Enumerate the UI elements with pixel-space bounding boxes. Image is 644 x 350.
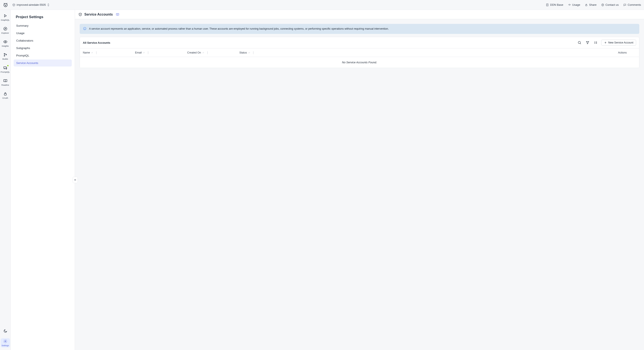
sort-icon: ↓↑ <box>91 51 93 54</box>
top-link-label: Usage <box>572 3 580 7</box>
column-menu-icon[interactable]: ⋮ <box>251 51 256 54</box>
sidebar-item-label: OAuth <box>2 97 8 99</box>
column-label: Actions <box>618 51 627 54</box>
sidebar-item-promptql[interactable]: PromptQL <box>1 65 10 74</box>
info-text: A service account represents an applicat… <box>89 27 389 31</box>
docs-link-icon[interactable] <box>115 12 120 17</box>
sidebar-item-insights[interactable]: Insights <box>1 39 10 48</box>
help-icon <box>601 4 604 7</box>
gauge-icon <box>568 4 571 7</box>
settings-nav: Summary Usage Collaborators Subgraphs Pr… <box>14 22 72 67</box>
card-title: All Service Accounts <box>83 41 110 44</box>
top-link-usage[interactable]: Usage <box>568 3 580 7</box>
chevron-updown-icon <box>47 4 50 7</box>
badge-dot <box>7 65 9 67</box>
settings-nav-usage[interactable]: Usage <box>14 30 72 37</box>
top-link-label: DDN Base <box>550 3 563 7</box>
collapse-panel-button[interactable] <box>72 177 78 183</box>
top-link-ddn[interactable]: DDN Base <box>546 3 563 7</box>
topbar-right: DDN Base Usage Share Contact us Comments <box>546 3 641 7</box>
sidebar-item-label: Settings <box>2 344 9 346</box>
settings-nav-promptql[interactable]: PromptQL <box>14 52 72 59</box>
cube-icon <box>12 4 15 7</box>
columns-icon <box>594 41 598 45</box>
column-menu-icon[interactable]: ⋮ <box>146 51 150 54</box>
column-header-status[interactable]: Status ↓↑ ⋮ <box>239 51 277 54</box>
svg-point-7 <box>5 41 6 43</box>
sidebar-item-builds[interactable]: Builds <box>1 52 10 61</box>
sidebar-item-oauth[interactable]: OAuth <box>1 91 10 100</box>
settings-title: Project Settings <box>16 15 70 19</box>
svg-rect-3 <box>586 5 587 6</box>
page-title: Service Accounts <box>84 13 113 17</box>
column-header-email[interactable]: Email ↓↑ ⋮ <box>135 51 187 54</box>
svg-point-14 <box>578 41 580 44</box>
search-button[interactable] <box>577 40 582 45</box>
comment-icon <box>623 4 626 7</box>
svg-point-0 <box>4 4 7 7</box>
sidebar-item-label: Insights <box>2 45 9 47</box>
settings-nav-collaborators[interactable]: Collaborators <box>14 37 72 44</box>
sort-icon: ↓↑ <box>202 51 204 54</box>
column-header-actions: Actions <box>618 51 636 54</box>
info-icon <box>83 27 86 31</box>
column-label: Created On <box>187 51 201 54</box>
svg-point-6 <box>4 27 7 31</box>
lock-icon <box>585 4 588 7</box>
top-link-label: Share <box>589 3 596 7</box>
svg-rect-11 <box>4 94 6 95</box>
column-menu-icon[interactable]: ⋮ <box>94 51 98 54</box>
building-icon <box>546 4 549 7</box>
top-link-share[interactable]: Share <box>585 3 596 7</box>
columns-button[interactable] <box>593 40 598 45</box>
settings-nav-service-accounts[interactable]: Service Accounts <box>14 60 72 67</box>
sidebar-item-readme[interactable]: Readme <box>1 78 10 87</box>
sidebar-item-explorer[interactable]: Explorer <box>1 26 10 35</box>
sidebar-item-label: Readme <box>2 84 9 86</box>
filter-button[interactable] <box>585 40 590 45</box>
svg-point-5 <box>603 5 603 6</box>
sidebar-item-settings[interactable]: Settings <box>1 338 10 347</box>
hasura-logo[interactable] <box>3 2 8 8</box>
empty-state: No Service Accounts Found. <box>80 57 639 68</box>
filter-icon <box>586 41 590 45</box>
content-header: Service Accounts <box>75 10 644 19</box>
project-picker[interactable]: improved-airedale-5505 <box>11 2 51 7</box>
content: Service Accounts A service account repre… <box>75 10 644 350</box>
top-link-contact[interactable]: Contact us <box>601 3 619 7</box>
settings-panel: Project Settings Summary Usage Collabora… <box>11 10 75 350</box>
column-label: Email <box>135 51 142 54</box>
card-header: All Service Accounts New <box>80 37 639 48</box>
svg-point-10 <box>6 54 6 55</box>
chevrons-left-icon <box>74 178 77 181</box>
column-header-created[interactable]: Created On ↓↑ ⋮ <box>187 51 239 54</box>
sidebar-item-label: Explorer <box>2 32 9 34</box>
svg-point-9 <box>4 56 5 56</box>
plus-icon <box>604 41 607 44</box>
topbar: improved-airedale-5505 DDN Base Usage Sh… <box>0 0 644 10</box>
sidebar-item-label: GraphiQL <box>1 19 10 21</box>
column-menu-icon[interactable]: ⋮ <box>205 51 210 54</box>
column-header-name[interactable]: Name ↓↑ ⋮ <box>83 51 135 54</box>
search-icon <box>578 41 582 45</box>
sort-icon: ↓↑ <box>248 51 250 54</box>
column-label: Status <box>239 51 247 54</box>
top-link-label: Comments <box>628 3 641 7</box>
new-button-label: New Service Account <box>608 41 633 44</box>
sidebar-item-label: PromptQL <box>1 71 10 73</box>
settings-nav-subgraphs[interactable]: Subgraphs <box>14 45 72 52</box>
top-link-comments[interactable]: Comments <box>623 3 641 7</box>
new-service-account-button[interactable]: New Service Account <box>601 40 636 46</box>
sidebar-item-graphiql[interactable]: GraphiQL <box>1 13 10 22</box>
svg-point-12 <box>5 341 6 342</box>
project-name: improved-airedale-5505 <box>16 3 46 7</box>
info-banner: A service account represents an applicat… <box>80 24 639 34</box>
svg-rect-1 <box>546 4 548 6</box>
top-link-label: Contact us <box>606 3 619 7</box>
settings-nav-summary[interactable]: Summary <box>14 22 72 29</box>
theme-toggle[interactable] <box>1 328 10 334</box>
icon-sidebar: GraphiQL Explorer Insights Builds Prompt… <box>0 10 11 350</box>
shield-check-icon <box>78 13 82 17</box>
sort-icon: ↓↑ <box>143 51 144 54</box>
service-accounts-card: All Service Accounts New <box>80 37 639 68</box>
